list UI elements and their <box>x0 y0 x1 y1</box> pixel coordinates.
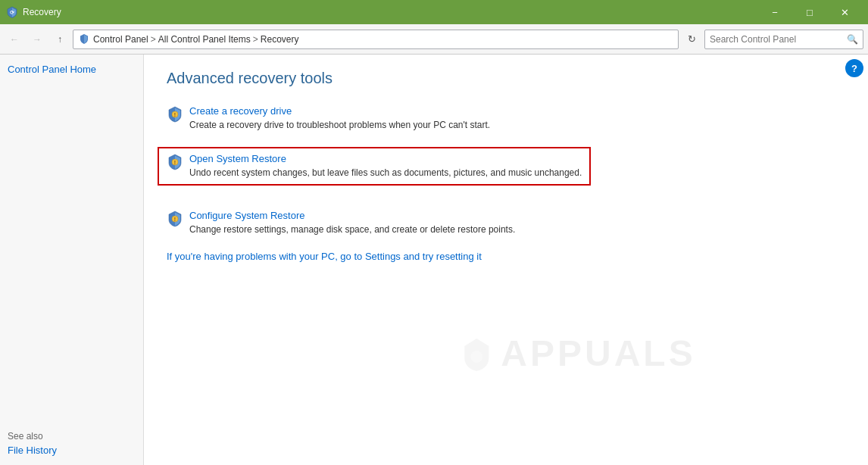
window-controls: − □ ✕ <box>757 0 862 24</box>
refresh-button[interactable]: ↻ <box>682 30 701 49</box>
path-part3: Recovery <box>261 34 299 45</box>
create-recovery-text: Create a recovery drive Create a recover… <box>189 105 490 132</box>
open-system-restore-icon: ! <box>167 154 183 170</box>
tool-item-create-recovery: ! Create a recovery drive Create a recov… <box>167 105 845 132</box>
highlighted-box: ! Open System Restore Undo recent system… <box>158 147 591 186</box>
page-title: Advanced recovery tools <box>167 70 845 87</box>
tool-item-configure-restore: ! Configure System Restore Change restor… <box>167 210 845 236</box>
open-system-restore-text: Open System Restore Undo recent system c… <box>189 153 582 179</box>
svg-text:⟳: ⟳ <box>10 10 15 15</box>
address-path[interactable]: Control Panel > All Control Panel Items … <box>73 30 679 49</box>
path-part2: All Control Panel Items <box>158 34 251 45</box>
close-button[interactable]: ✕ <box>827 0 862 24</box>
watermark-text: APPUALS <box>501 332 695 374</box>
forward-button[interactable]: → <box>27 30 47 49</box>
main-container: Control Panel Home See also File History… <box>0 55 868 465</box>
settings-link[interactable]: If you're having problems with your PC, … <box>167 251 845 262</box>
configure-restore-text: Configure System Restore Change restore … <box>189 210 515 236</box>
search-input[interactable] <box>710 34 844 45</box>
help-button[interactable]: ? <box>845 59 863 77</box>
svg-text:!: ! <box>174 160 176 165</box>
minimize-button[interactable]: − <box>757 0 792 24</box>
recovery-icon: ⟳ <box>6 6 18 18</box>
content-area: ? Advanced recovery tools ! Create a rec… <box>144 55 868 465</box>
create-recovery-desc: Create a recovery drive to troubleshoot … <box>189 120 490 130</box>
path-part1: Control Panel <box>93 34 148 45</box>
configure-restore-link[interactable]: Configure System Restore <box>189 210 515 221</box>
search-box[interactable]: 🔍 <box>704 30 863 49</box>
window-title: Recovery <box>23 7 757 17</box>
title-bar: ⟳ Recovery − □ ✕ <box>0 0 868 24</box>
address-bar: ← → ↑ Control Panel > All Control Panel … <box>0 24 868 55</box>
svg-point-7 <box>470 351 482 363</box>
path-icon <box>78 33 90 45</box>
open-system-restore-desc: Undo recent system changes, but leave fi… <box>189 167 582 178</box>
maximize-button[interactable]: □ <box>792 0 827 24</box>
path-sep1: > <box>151 34 156 45</box>
open-system-restore-link[interactable]: Open System Restore <box>189 153 582 164</box>
see-also-label: See also <box>8 431 136 442</box>
sidebar-control-panel-home[interactable]: Control Panel Home <box>8 64 136 75</box>
create-recovery-icon: ! <box>167 106 183 123</box>
up-button[interactable]: ↑ <box>50 30 70 49</box>
sidebar: Control Panel Home See also File History <box>0 55 144 465</box>
svg-text:!: ! <box>174 217 176 222</box>
path-sep2: > <box>253 34 258 45</box>
svg-text:!: ! <box>174 112 176 117</box>
file-history-link[interactable]: File History <box>8 445 57 456</box>
content-wrapper: ! Create a recovery drive Create a recov… <box>167 105 845 262</box>
tool-item-open-system-restore-wrapper: ! Open System Restore Undo recent system… <box>167 147 845 195</box>
search-icon[interactable]: 🔍 <box>847 34 858 45</box>
sidebar-bottom: See also File History <box>8 431 136 456</box>
configure-restore-desc: Change restore settings, manage disk spa… <box>189 224 515 235</box>
create-recovery-link[interactable]: Create a recovery drive <box>189 105 490 117</box>
back-button[interactable]: ← <box>5 30 24 49</box>
configure-restore-icon: ! <box>167 211 183 227</box>
watermark: APPUALS <box>458 332 695 374</box>
